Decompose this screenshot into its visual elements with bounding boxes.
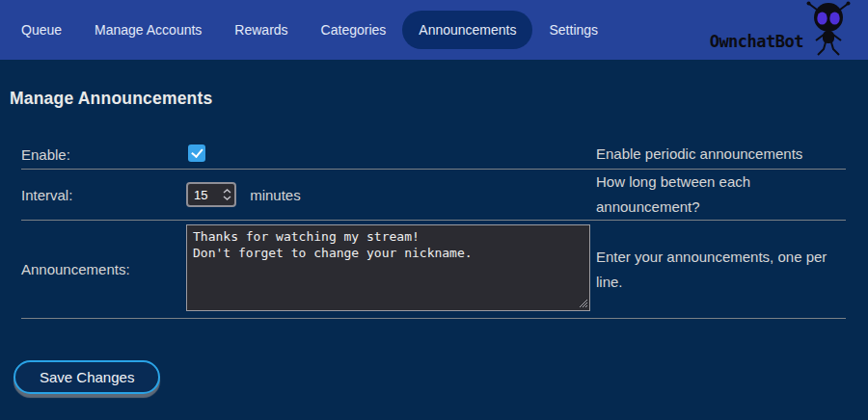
spinner-up-icon[interactable] <box>223 189 231 194</box>
interval-control-cell: minutes <box>186 182 596 207</box>
announcements-control-cell: Thanks for watching my stream! Don't for… <box>186 224 596 314</box>
form-row-interval: Interval: minutes How long between each … <box>21 170 846 221</box>
announcements-textarea[interactable]: Thanks for watching my stream! Don't for… <box>186 224 590 311</box>
enable-control-cell <box>186 144 596 165</box>
nav-item-settings[interactable]: Settings <box>532 11 614 49</box>
ownchatbot-logo: OwnchatBot <box>710 0 853 60</box>
form-row-enable: Enable: Enable periodic announcements <box>21 140 846 170</box>
announcements-form: Enable: Enable periodic announcements In… <box>21 140 846 319</box>
nav-item-categories[interactable]: Categories <box>305 11 403 49</box>
enable-help-text: Enable periodic announcements <box>596 142 846 167</box>
interval-stepper[interactable] <box>223 182 231 207</box>
nav-item-queue[interactable]: Queue <box>5 11 78 49</box>
robot-mascot-icon <box>804 1 853 56</box>
announcements-label: Announcements: <box>21 261 186 277</box>
nav-item-rewards[interactable]: Rewards <box>218 11 304 49</box>
nav-item-manage-accounts[interactable]: Manage Accounts <box>78 11 218 49</box>
enable-label: Enable: <box>21 146 186 163</box>
enable-checkbox[interactable] <box>188 144 205 162</box>
page-title: Manage Announcements <box>10 89 868 109</box>
interval-help-text: How long between each announcement? <box>596 170 846 220</box>
nav-item-announcements[interactable]: Announcements <box>402 11 532 49</box>
interval-label: Interval: <box>21 187 186 203</box>
interval-unit-label: minutes <box>250 187 301 203</box>
announcements-help-text: Enter your announcements, one per line. <box>596 245 846 295</box>
logo-text: OwnchatBot <box>710 32 803 51</box>
save-changes-button[interactable]: Save Changes <box>14 360 160 394</box>
form-row-announcements: Announcements: Thanks for watching my st… <box>21 221 846 319</box>
spinner-down-icon[interactable] <box>223 196 231 200</box>
navbar: Queue Manage Accounts Rewards Categories… <box>0 0 868 60</box>
